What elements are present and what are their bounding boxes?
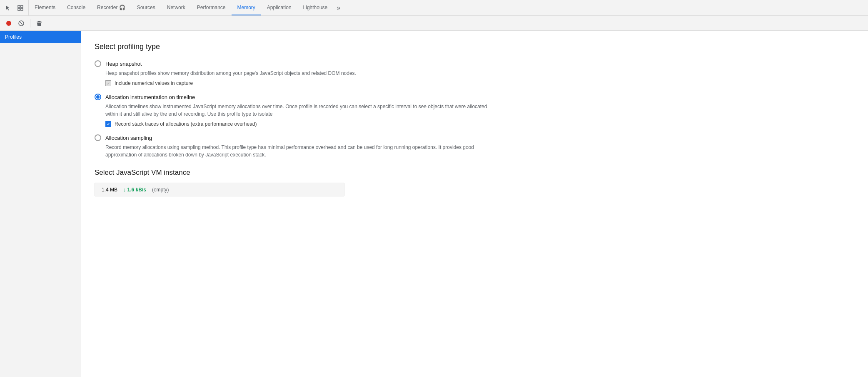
checkbox-numerical-values[interactable] (105, 80, 111, 86)
svg-point-4 (6, 21, 11, 26)
sidebar: Profiles (0, 31, 81, 377)
sidebar-item-profiles[interactable]: Profiles (0, 31, 81, 43)
devtools-icons (0, 0, 29, 15)
stop-button[interactable] (16, 18, 27, 29)
cursor-icon[interactable] (3, 3, 12, 12)
main-tabs: Elements Console Recorder 🎧 Sources Netw… (29, 0, 868, 15)
inspect-icon[interactable] (16, 3, 25, 12)
memory-toolbar (0, 16, 868, 31)
checkbox-row-timeline: Record stack traces of allocations (extr… (105, 121, 855, 127)
checkbox-row-heap: Include numerical values in capture (105, 80, 855, 86)
option-allocation-sampling: Allocation sampling Record memory alloca… (95, 134, 855, 159)
option-desc-timeline: Allocation timelines show instrumented J… (105, 103, 501, 118)
option-allocation-timeline: Allocation instrumentation on timeline A… (95, 94, 855, 127)
option-heap-snapshot: Heap snapshot Heap snapshot profiles sho… (95, 60, 855, 86)
radio-allocation-timeline[interactable] (95, 94, 101, 100)
radio-allocation-sampling[interactable] (95, 134, 101, 141)
checkbox-label-numerical: Include numerical values in capture (115, 80, 193, 86)
tab-lighthouse[interactable]: Lighthouse (297, 0, 334, 15)
tab-memory[interactable]: Memory (232, 0, 261, 15)
tab-network[interactable]: Network (161, 0, 191, 15)
toolbar-divider (30, 19, 30, 27)
clear-button[interactable] (34, 18, 45, 29)
svg-rect-3 (21, 8, 23, 10)
tab-elements[interactable]: Elements (29, 0, 61, 15)
tab-recorder[interactable]: Recorder 🎧 (91, 0, 131, 15)
option-header-sampling: Allocation sampling (95, 134, 855, 141)
tab-sources[interactable]: Sources (131, 0, 161, 15)
radio-heap-snapshot[interactable] (95, 60, 101, 67)
more-tabs-icon[interactable]: » (333, 0, 344, 15)
svg-rect-2 (18, 8, 20, 10)
option-header-timeline: Allocation instrumentation on timeline (95, 94, 855, 100)
option-label-sampling: Allocation sampling (105, 135, 152, 141)
option-desc-sampling: Record memory allocations using sampling… (105, 144, 501, 159)
checkbox-stack-traces[interactable] (105, 121, 111, 127)
svg-rect-0 (18, 5, 20, 7)
svg-rect-1 (21, 5, 23, 7)
tab-performance[interactable]: Performance (191, 0, 232, 15)
option-header-heap: Heap snapshot (95, 60, 855, 67)
vm-section-title: Select JavaScript VM instance (95, 169, 855, 177)
content-area: Select profiling type Heap snapshot Heap… (81, 31, 868, 377)
option-label-timeline: Allocation instrumentation on timeline (105, 94, 195, 100)
svg-line-6 (20, 22, 22, 25)
vm-rate: ↓ 1.6 kB/s (123, 186, 146, 193)
section-title: Select profiling type (95, 42, 855, 51)
vm-label: (empty) (152, 187, 169, 193)
tab-application[interactable]: Application (261, 0, 297, 15)
arrow-down-icon: ↓ (123, 186, 126, 193)
checkbox-label-stack-traces: Record stack traces of allocations (extr… (115, 121, 257, 127)
vm-instance-row[interactable]: 1.4 MB ↓ 1.6 kB/s (empty) (95, 183, 344, 196)
tabs-bar: Elements Console Recorder 🎧 Sources Netw… (0, 0, 868, 16)
option-desc-heap: Heap snapshot profiles show memory distr… (105, 69, 501, 77)
tab-console[interactable]: Console (61, 0, 91, 15)
sidebar-item-label: Profiles (5, 34, 22, 40)
vm-size: 1.4 MB (102, 187, 117, 193)
vm-rate-value: 1.6 kB/s (127, 187, 146, 193)
option-label-heap: Heap snapshot (105, 61, 142, 67)
record-button[interactable] (3, 18, 14, 29)
main-layout: Profiles Select profiling type Heap snap… (0, 31, 868, 377)
